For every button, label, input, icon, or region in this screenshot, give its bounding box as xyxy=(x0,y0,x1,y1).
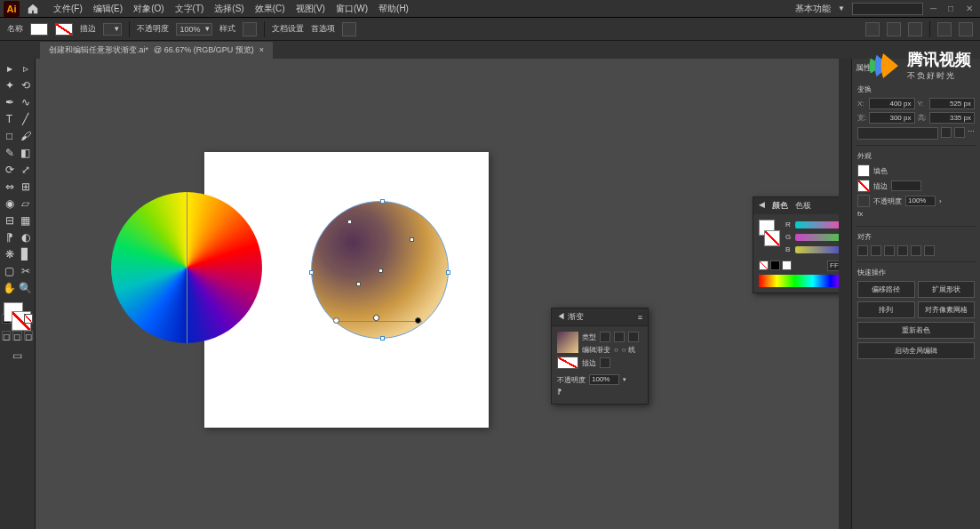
gradient-point[interactable] xyxy=(347,220,352,224)
white-swatch[interactable] xyxy=(782,260,792,270)
gradient-fill-icon[interactable] xyxy=(557,357,578,369)
selection-tool[interactable]: ▸ xyxy=(2,60,17,76)
gradient-opacity-input[interactable]: 100% xyxy=(589,374,619,385)
panel-collapse-icon[interactable]: ◀ xyxy=(759,200,765,212)
menu-object[interactable]: 对象(O) xyxy=(128,1,169,17)
screen-mode-icon[interactable]: ▭ xyxy=(2,348,33,364)
symbol-sprayer-tool[interactable]: ❋ xyxy=(2,246,17,262)
eyedropper-tool[interactable]: ⁋ xyxy=(2,229,17,245)
freeform-gradient-icon[interactable] xyxy=(628,332,639,342)
width-tool[interactable]: ⇔ xyxy=(2,179,17,195)
type-tool[interactable]: T xyxy=(2,111,17,127)
curvature-tool[interactable]: ∿ xyxy=(18,94,33,110)
menu-file[interactable]: 文件(F) xyxy=(48,1,88,17)
align-left-icon[interactable] xyxy=(857,245,868,256)
control-icon-4[interactable] xyxy=(937,22,952,36)
align-right-icon[interactable] xyxy=(884,245,895,256)
arrange-button[interactable]: 排列 xyxy=(857,301,915,318)
rotate-tool[interactable]: ⟳ xyxy=(2,162,17,178)
rectangle-tool[interactable]: □ xyxy=(2,128,17,144)
flip-h-icon[interactable] xyxy=(941,127,952,138)
offset-path-button[interactable]: 偏移路径 xyxy=(857,281,915,298)
align-bottom-icon[interactable] xyxy=(924,245,935,256)
black-swatch[interactable] xyxy=(770,260,780,270)
none-mode-icon[interactable] xyxy=(24,314,33,324)
blend-tool[interactable]: ◐ xyxy=(18,229,33,245)
zoom-tool[interactable]: 🔍 xyxy=(18,280,33,296)
home-icon[interactable] xyxy=(27,3,39,15)
menu-edit[interactable]: 编辑(E) xyxy=(88,1,128,17)
gradient-tool[interactable]: ▦ xyxy=(18,212,33,228)
points-mode-icon[interactable]: ○ xyxy=(614,346,618,354)
perspective-tool[interactable]: ▱ xyxy=(18,196,33,212)
menu-window[interactable]: 窗口(W) xyxy=(331,1,373,17)
document-tab[interactable]: 创建和编辑任意形状渐变.ai* @ 66.67% (RGB/GPU 预览) × xyxy=(40,42,273,59)
tab-close-icon[interactable]: × xyxy=(259,45,264,54)
graph-tool[interactable]: ▊ xyxy=(18,246,33,262)
radial-gradient-icon[interactable] xyxy=(614,332,625,342)
gradient-center[interactable] xyxy=(378,269,383,273)
control-icon-1[interactable] xyxy=(865,22,880,36)
pen-tool[interactable]: ✒ xyxy=(2,94,17,110)
align-center-icon[interactable] xyxy=(871,245,881,256)
more-options-icon[interactable]: ⋯ xyxy=(968,127,975,140)
paintbrush-tool[interactable]: 🖌 xyxy=(18,128,33,144)
opacity-dropdown-icon[interactable]: ▾ xyxy=(623,376,626,383)
doc-setup-button[interactable]: 文档设置 xyxy=(272,23,304,35)
fx-label[interactable]: fx xyxy=(857,210,863,218)
align-pixel-button[interactable]: 对齐像素网格 xyxy=(918,301,976,318)
scale-tool[interactable]: ⤢ xyxy=(18,162,33,178)
maximize-icon[interactable]: □ xyxy=(948,4,959,14)
stroke-weight-input[interactable] xyxy=(891,180,921,191)
color-spectrum[interactable] xyxy=(759,275,839,287)
gradient-stop[interactable] xyxy=(415,317,421,324)
control-icon-3[interactable] xyxy=(908,22,922,36)
align-top-icon[interactable] xyxy=(897,245,908,256)
opacity-dropdown[interactable]: 100% xyxy=(176,23,212,36)
direct-selection-tool[interactable]: ▹ xyxy=(18,60,33,76)
shape-builder-tool[interactable]: ◉ xyxy=(2,196,17,212)
gradient-point[interactable] xyxy=(410,237,414,242)
rotate-input[interactable] xyxy=(857,127,938,140)
menu-effect[interactable]: 效果(C) xyxy=(250,1,291,17)
appearance-opacity-input[interactable]: 100% xyxy=(905,196,936,206)
menu-help[interactable]: 帮助(H) xyxy=(373,1,414,17)
y-input[interactable]: 525 px xyxy=(929,98,975,109)
lines-mode-icon[interactable]: ○ 线 xyxy=(622,345,635,355)
menu-view[interactable]: 视图(V) xyxy=(291,1,331,17)
appearance-fill-swatch[interactable] xyxy=(857,164,870,177)
minimize-icon[interactable]: ─ xyxy=(930,4,941,14)
lasso-tool[interactable]: ⟲ xyxy=(18,77,33,93)
stroke-gradient-icon[interactable] xyxy=(600,357,610,368)
style-swatch[interactable] xyxy=(243,22,257,36)
align-middle-icon[interactable] xyxy=(911,245,921,256)
stroke-weight-dropdown[interactable] xyxy=(103,23,122,36)
close-icon[interactable]: ✕ xyxy=(966,4,976,14)
hand-tool[interactable]: ✋ xyxy=(2,280,17,296)
workspace-label[interactable]: 基本功能 xyxy=(795,3,831,15)
fill-swatch[interactable] xyxy=(30,23,48,36)
gradient-stop[interactable] xyxy=(333,317,339,324)
artboard-tool[interactable]: ▢ xyxy=(2,263,17,279)
stroke-swatch[interactable] xyxy=(55,23,73,36)
color-wheel-object[interactable] xyxy=(111,192,262,343)
gradient-point[interactable] xyxy=(356,282,361,286)
color-fill-stroke[interactable] xyxy=(759,220,780,246)
search-input[interactable] xyxy=(852,3,923,15)
x-input[interactable]: 400 px xyxy=(869,98,914,109)
control-icon-2[interactable] xyxy=(887,22,901,36)
shaper-tool[interactable]: ✎ xyxy=(2,145,17,161)
gradient-annotator[interactable] xyxy=(333,312,422,330)
appearance-stroke-swatch[interactable] xyxy=(857,180,870,192)
control-icon-5[interactable] xyxy=(959,22,973,36)
menu-select[interactable]: 选择(S) xyxy=(209,1,249,17)
gradient-preview[interactable] xyxy=(557,332,578,353)
panel-menu-icon[interactable]: ≡ xyxy=(638,313,642,322)
g-slider[interactable] xyxy=(795,234,839,241)
none-swatch[interactable] xyxy=(759,260,769,270)
b-slider[interactable] xyxy=(795,246,839,253)
eraser-tool[interactable]: ◧ xyxy=(18,145,33,161)
eyedropper-icon[interactable]: ⁋ xyxy=(557,388,562,396)
w-input[interactable]: 300 px xyxy=(869,112,914,124)
align-icon[interactable] xyxy=(342,22,356,36)
